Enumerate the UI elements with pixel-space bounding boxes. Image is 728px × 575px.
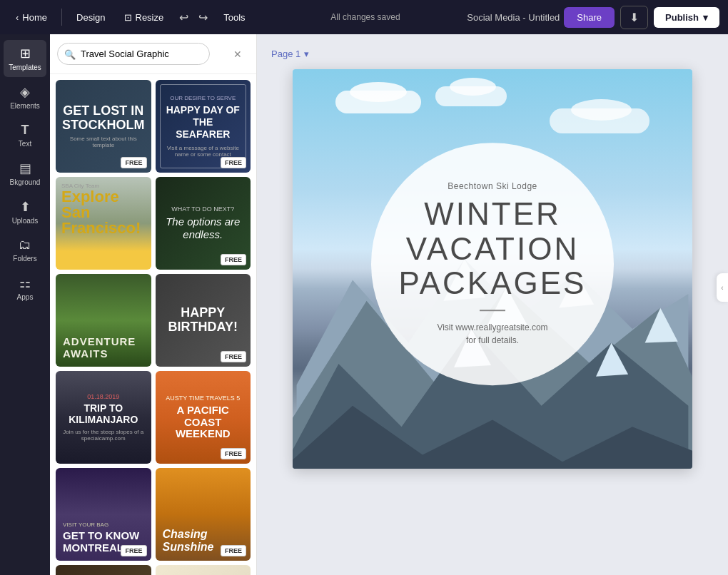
sidebar-item-apps[interactable]: ⚏ Apps bbox=[4, 270, 46, 307]
nav-divider-1 bbox=[61, 9, 62, 26]
uploads-icon: ⬆ bbox=[20, 199, 31, 215]
elements-icon: ◈ bbox=[20, 84, 30, 100]
undo-button[interactable]: ↩ bbox=[175, 8, 193, 27]
text-label: Text bbox=[19, 140, 31, 148]
seafarer-tagline: OUR DESIRE TO SERVE bbox=[170, 95, 236, 101]
pacific-tagline: AUSTY TIME TRAVELS 5 bbox=[166, 395, 240, 402]
pacific-title: A PACIFIC COAST WEEKEND bbox=[163, 404, 244, 440]
design-canvas[interactable]: Beechtown Ski Lodge WINTER VACATION PACK… bbox=[293, 69, 692, 469]
sunshine-free-badge: FREE bbox=[221, 545, 246, 556]
undo-redo-group: ↩ ↪ bbox=[175, 8, 212, 27]
resize-label: Resize bbox=[136, 12, 164, 23]
tools-label: Tools bbox=[223, 12, 245, 23]
template-card-seafarer[interactable]: OUR DESIRE TO SERVE HAPPY DAY OF THE SEA… bbox=[156, 80, 251, 173]
options-free-badge: FREE bbox=[221, 254, 246, 265]
apps-label: Apps bbox=[17, 293, 34, 301]
design-label: Design bbox=[76, 12, 105, 23]
cloud-1-top bbox=[350, 82, 407, 102]
elements-label: Elements bbox=[10, 102, 40, 110]
birthday-title: HAPPYBIRTHDAY! bbox=[168, 306, 238, 335]
seafarer-subtitle: Visit a message of a website name or som… bbox=[166, 145, 241, 158]
publish-button[interactable]: Publish ▾ bbox=[654, 7, 719, 28]
icon-sidebar: ⊞ Templates ◈ Elements T Text ▤ Bkground… bbox=[0, 34, 50, 575]
search-wrapper: 🔍 ✕ bbox=[57, 43, 249, 65]
montreal-free-badge: FREE bbox=[121, 545, 146, 556]
montreal-tagline: VISIT YOUR BAG bbox=[63, 521, 144, 528]
apps-icon: ⚏ bbox=[19, 275, 31, 291]
search-input[interactable] bbox=[57, 43, 210, 65]
resize-icon: ⊡ bbox=[124, 12, 132, 23]
options-tagline: WHAT TO DO NEXT? bbox=[171, 205, 234, 213]
stockholm-title: GET LOST INSTOCKHOLM bbox=[62, 104, 145, 133]
chevron-left-icon: ‹ bbox=[16, 12, 19, 23]
document-title: Social Media - Untitled bbox=[467, 12, 560, 23]
canvas-subtitle-line2: for full details. bbox=[437, 334, 547, 347]
templates-icon: ⊞ bbox=[20, 46, 31, 61]
templates-label: Templates bbox=[9, 63, 41, 71]
white-circle-overlay: Beechtown Ski Lodge WINTER VACATION PACK… bbox=[371, 143, 614, 385]
sidebar-item-uploads[interactable]: ⬆ Uploads bbox=[4, 193, 46, 230]
template-card-pacific[interactable]: AUSTY TIME TRAVELS 5 A PACIFIC COAST WEE… bbox=[156, 371, 251, 464]
download-button[interactable]: ⬇ bbox=[620, 6, 648, 29]
search-clear-button[interactable]: ✕ bbox=[233, 49, 242, 60]
template-card-bottom1[interactable]: ··· bbox=[56, 565, 151, 575]
background-icon: ▤ bbox=[19, 161, 31, 176]
page-label-text: Page 1 bbox=[271, 49, 300, 59]
sidebar-item-folders[interactable]: 🗂 Folders bbox=[4, 232, 46, 268]
template-card-options[interactable]: WHAT TO DO NEXT? The options are endless… bbox=[156, 177, 251, 270]
cloud-3-top bbox=[571, 99, 632, 121]
search-icon: 🔍 bbox=[64, 49, 76, 59]
kilimanjaro-title: TRIP TOKILIMANJARO bbox=[69, 403, 138, 425]
template-card-montreal[interactable]: VISIT YOUR BAG GET TO KNOW MONTREAL FREE bbox=[56, 468, 151, 561]
cloud-2-top bbox=[450, 78, 496, 96]
publish-label: Publish bbox=[665, 12, 699, 23]
template-card-birthday[interactable]: HAPPYBIRTHDAY! FREE bbox=[156, 274, 251, 367]
tools-button[interactable]: Tools bbox=[216, 8, 252, 27]
seafarer-free-badge: FREE bbox=[221, 157, 246, 168]
page-label[interactable]: Page 1 ▾ bbox=[271, 49, 309, 59]
canvas-title-line3: PACKAGES bbox=[399, 266, 587, 300]
home-button[interactable]: ‹ Home bbox=[9, 8, 54, 27]
canvas-area: Page 1 ▾ bbox=[257, 34, 728, 575]
redo-button[interactable]: ↪ bbox=[194, 8, 212, 27]
canvas-divider bbox=[480, 310, 505, 311]
canvas-brand: Beechtown Ski Lodge bbox=[448, 182, 537, 192]
canvas-subtitle-line1: Visit www.reallygreatsite.com bbox=[437, 321, 547, 334]
adventure-title: ADVENTURE AWAITS bbox=[63, 335, 144, 360]
template-card-adventure[interactable]: ADVENTURE AWAITS bbox=[56, 274, 151, 367]
background-label: Bkground bbox=[10, 178, 41, 186]
seafarer-title: HAPPY DAY OF THE SEAFARER bbox=[166, 104, 241, 140]
save-status: All changes saved bbox=[330, 12, 400, 22]
kilimanjaro-date: 01.18.2019 bbox=[87, 393, 119, 400]
nav-center: All changes saved bbox=[257, 12, 463, 22]
sidebar-item-templates[interactable]: ⊞ Templates bbox=[4, 40, 46, 77]
sidebar-item-elements[interactable]: ◈ Elements bbox=[4, 78, 46, 116]
search-bar: 🔍 ✕ bbox=[50, 34, 256, 74]
canvas-title-line1: WINTER bbox=[399, 198, 587, 232]
resize-button[interactable]: ⊡ Resize bbox=[117, 8, 171, 27]
sidebar-item-background[interactable]: ▤ Bkground bbox=[4, 155, 46, 192]
main-layout: ⊞ Templates ◈ Elements T Text ▤ Bkground… bbox=[0, 34, 728, 575]
options-title: The options are endless. bbox=[163, 215, 244, 241]
template-card-kilimanjaro[interactable]: 01.18.2019 TRIP TOKILIMANJARO Join us fo… bbox=[56, 371, 151, 464]
canvas-subtitle: Visit www.reallygreatsite.com for full d… bbox=[437, 321, 547, 347]
sanfran-title: ExploreSanFrancisco! bbox=[61, 189, 146, 236]
panel-collapse-handle[interactable]: ‹ bbox=[717, 273, 728, 302]
birthday-free-badge: FREE bbox=[221, 351, 246, 362]
template-card-stockholm[interactable]: GET LOST INSTOCKHOLM Some small text abo… bbox=[56, 80, 151, 173]
templates-panel: 🔍 ✕ GET LOST INSTOCKHOLM Some small text… bbox=[50, 34, 257, 575]
template-card-sanfran[interactable]: SBA City Team ExploreSanFrancisco! bbox=[56, 177, 151, 270]
template-card-bottom2[interactable]: ··· bbox=[156, 565, 251, 575]
design-button[interactable]: Design bbox=[69, 8, 112, 27]
kilimanjaro-sub: Join us for the steep slopes of a specia… bbox=[61, 429, 146, 442]
folders-label: Folders bbox=[13, 255, 36, 263]
chevron-down-icon: ▾ bbox=[703, 12, 708, 23]
template-grid: GET LOST INSTOCKHOLM Some small text abo… bbox=[50, 74, 256, 575]
home-label: Home bbox=[22, 12, 47, 23]
share-button[interactable]: Share bbox=[564, 7, 615, 28]
stockholm-free-badge: FREE bbox=[121, 157, 146, 168]
uploads-label: Uploads bbox=[12, 217, 39, 225]
template-card-sunshine[interactable]: Chasing Sunshine FREE bbox=[156, 468, 251, 561]
text-icon: T bbox=[21, 123, 29, 138]
sidebar-item-text[interactable]: T Text bbox=[4, 117, 46, 153]
